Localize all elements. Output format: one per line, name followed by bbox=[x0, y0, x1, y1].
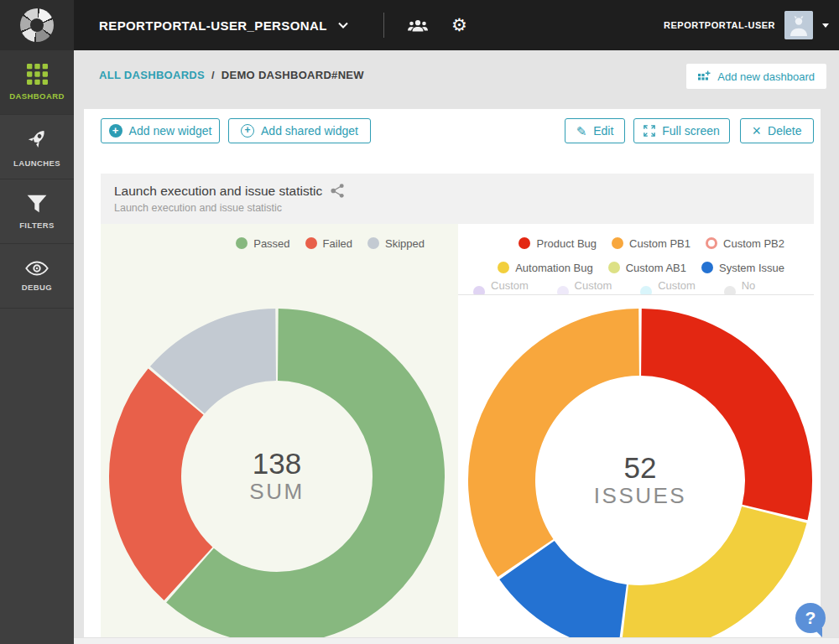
sum-value: 138 bbox=[249, 449, 304, 479]
question-mark-icon: ? bbox=[805, 608, 816, 628]
legend-row: PassedFailedSkipped bbox=[101, 235, 458, 252]
add-shared-widget-label: Add shared widget bbox=[261, 124, 358, 138]
execution-chart-legend: PassedFailedSkipped bbox=[101, 224, 458, 252]
legend-row: Custom SI1Custom SI2Custom SI3No Defect bbox=[458, 283, 814, 295]
project-switcher[interactable]: REPORTPORTAL-USER_PERSONAL bbox=[99, 0, 348, 50]
legend-dot bbox=[557, 286, 569, 295]
fullscreen-icon bbox=[644, 125, 655, 137]
legend-item-custom-pb1[interactable]: Custom PB1 bbox=[612, 237, 690, 250]
donut-segment-failed[interactable] bbox=[145, 392, 188, 574]
sum-label: SUM bbox=[249, 479, 304, 504]
legend-label: Failed bbox=[323, 237, 352, 250]
legend-item-product-bug[interactable]: Product Bug bbox=[519, 237, 597, 250]
settings-icon[interactable]: ⚙ bbox=[451, 0, 467, 50]
legend-item-custom-si2[interactable]: Custom SI2 bbox=[557, 279, 626, 295]
fullscreen-label: Full screen bbox=[662, 124, 719, 138]
help-button[interactable]: ? bbox=[795, 603, 826, 633]
sidebar-item-label: FILTERS bbox=[19, 221, 55, 230]
sidebar-item-dashboard[interactable]: DASHBOARD bbox=[0, 50, 74, 115]
members-icon-glyph bbox=[408, 18, 428, 33]
horizontal-scrollbar[interactable] bbox=[74, 637, 839, 644]
donut-segment-automation-bug[interactable] bbox=[625, 515, 774, 619]
project-name: REPORTPORTAL-USER_PERSONAL bbox=[99, 18, 327, 33]
legend-dot bbox=[498, 262, 509, 273]
add-new-widget-label: Add new widget bbox=[129, 124, 212, 138]
app-logo[interactable] bbox=[0, 0, 74, 50]
sidebar-item-launches[interactable]: LAUNCHES bbox=[0, 115, 74, 179]
user-menu[interactable]: REPORTPORTAL-USER bbox=[664, 0, 829, 50]
legend-label: No Defect bbox=[742, 279, 784, 295]
breadcrumb: ALL DASHBOARDS / DEMO DASHBOARD#NEW bbox=[99, 69, 364, 81]
sidebar-item-label: DASHBOARD bbox=[9, 91, 64, 101]
sidebar: DASHBOARD LAUNCHES FILTERS DEBUG bbox=[0, 50, 74, 644]
legend-label: Skipped bbox=[385, 237, 425, 250]
legend-label: Custom AB1 bbox=[626, 262, 686, 274]
sidebar-item-debug[interactable]: DEBUG bbox=[0, 244, 74, 309]
legend-dot bbox=[724, 286, 736, 295]
aperture-icon bbox=[20, 8, 54, 42]
widget-title: Launch execution and issue statistic bbox=[114, 184, 322, 199]
fullscreen-button[interactable]: Full screen bbox=[633, 118, 730, 143]
widget-header: Launch execution and issue statistic Lau… bbox=[101, 174, 814, 224]
grid-plus-icon bbox=[698, 70, 711, 82]
sidebar-item-label: DEBUG bbox=[22, 283, 52, 292]
edit-button[interactable]: ✎ Edit bbox=[565, 118, 625, 143]
launch-execution-statistics-donut bbox=[101, 224, 458, 637]
legend-row: Automation BugCustom AB1System Issue bbox=[458, 259, 814, 276]
legend-item-custom-pb2[interactable]: Custom PB2 bbox=[706, 237, 784, 250]
legend-item-custom-ab1[interactable]: Custom AB1 bbox=[608, 262, 686, 274]
legend-label: Passed bbox=[253, 237, 289, 250]
legend-dot bbox=[236, 237, 248, 249]
sidebar-item-filters[interactable]: FILTERS bbox=[0, 179, 74, 244]
topbar-divider bbox=[383, 13, 384, 38]
edit-label: Edit bbox=[593, 124, 613, 138]
gear-glyph: ⚙ bbox=[451, 0, 467, 50]
legend-label: Custom PB2 bbox=[723, 237, 784, 250]
legend-label: Custom PB1 bbox=[629, 237, 690, 250]
legend-label: Automation Bug bbox=[515, 262, 593, 274]
delete-button[interactable]: × Delete bbox=[740, 118, 814, 143]
issues-label: ISSUES bbox=[594, 483, 686, 508]
legend-item-custom-si3[interactable]: Custom SI3 bbox=[640, 279, 709, 295]
legend-dot bbox=[473, 286, 485, 295]
top-bar: REPORTPORTAL-USER_PERSONAL ⚙ REPORTPORTA… bbox=[0, 0, 839, 50]
chevron-down-icon bbox=[338, 22, 348, 29]
add-new-dashboard-button[interactable]: Add new dashboard bbox=[686, 64, 826, 89]
add-shared-widget-button[interactable]: + Add shared widget bbox=[228, 118, 371, 143]
donut-segment-custom-pb1[interactable] bbox=[502, 342, 639, 558]
legend-label: Custom SI1 bbox=[491, 279, 542, 295]
breadcrumb-all-dashboards[interactable]: ALL DASHBOARDS bbox=[99, 69, 205, 81]
close-icon: × bbox=[753, 124, 762, 138]
share-icon[interactable] bbox=[331, 183, 345, 199]
legend-dot bbox=[367, 237, 379, 249]
add-new-widget-button[interactable]: + Add new widget bbox=[101, 118, 220, 143]
legend-row: Product BugCustom PB1Custom PB2 bbox=[458, 235, 814, 252]
legend-item-skipped[interactable]: Skipped bbox=[367, 237, 425, 250]
legend-dot bbox=[706, 237, 717, 249]
delete-label: Delete bbox=[768, 124, 801, 138]
donut-segment-system-issue[interactable] bbox=[527, 560, 623, 618]
legend-item-automation-bug[interactable]: Automation Bug bbox=[498, 262, 593, 274]
donut-segment-skipped[interactable] bbox=[177, 345, 275, 390]
legend-label: Custom SI2 bbox=[575, 279, 626, 295]
legend-item-custom-si1[interactable]: Custom SI1 bbox=[473, 279, 542, 295]
legend-item-failed[interactable]: Failed bbox=[305, 237, 352, 250]
legend-item-passed[interactable]: Passed bbox=[236, 237, 289, 250]
eye-icon bbox=[25, 261, 49, 276]
legend-item-no-defect[interactable]: No Defect bbox=[724, 279, 784, 295]
legend-dot bbox=[640, 286, 652, 295]
legend-dot bbox=[519, 237, 530, 249]
issues-chart-legend: Product BugCustom PB1Custom PB2Automatio… bbox=[458, 224, 814, 295]
legend-dot bbox=[305, 237, 317, 249]
plus-circle-outline-icon: + bbox=[241, 124, 254, 138]
legend-item-system-issue[interactable]: System Issue bbox=[701, 262, 784, 274]
pencil-icon: ✎ bbox=[576, 125, 587, 138]
donut-center-issues: 52 ISSUES bbox=[594, 453, 686, 508]
members-icon[interactable] bbox=[408, 0, 428, 50]
chevron-down-icon bbox=[822, 23, 829, 31]
widget-subtitle: Launch execution and issue statistic bbox=[114, 202, 800, 214]
legend-dot bbox=[701, 262, 713, 273]
legend-label: Product Bug bbox=[536, 237, 597, 250]
add-new-dashboard-label: Add new dashboard bbox=[717, 70, 815, 83]
breadcrumb-separator: / bbox=[211, 69, 215, 81]
